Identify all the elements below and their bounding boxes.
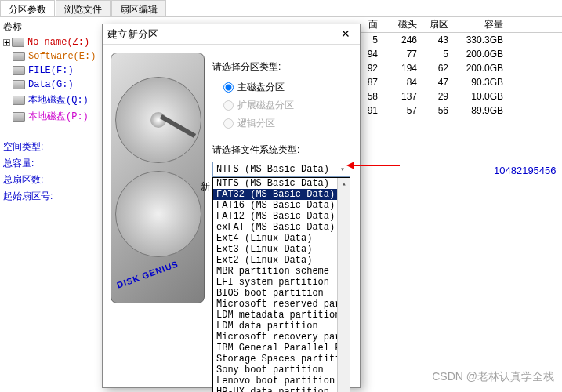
filesystem-selected: NTFS (MS Basic Data) (216, 164, 329, 175)
total-sectors-value: 10482195456 (494, 165, 562, 176)
radio-primary-label: 主磁盘分区 (237, 81, 285, 94)
table-row[interactable]: 9219462200.0GB (361, 61, 562, 75)
table-row[interactable]: 91575689.9GB (361, 103, 562, 118)
disk-item[interactable]: +No name(Z:) (3, 35, 99, 49)
cell-capacity: 200.0GB (455, 49, 509, 60)
filesystem-option[interactable]: NTFS (MS Basic Data) (213, 178, 350, 189)
dialog-title-text: 建立新分区 (107, 27, 158, 42)
partition-type-group: 主磁盘分区 扩展磁盘分区 逻辑分区 (212, 78, 352, 132)
radio-logical-label: 逻辑分区 (237, 117, 275, 130)
start-sector-label: 起始扇区号: (3, 190, 99, 203)
expand-icon[interactable]: + (3, 39, 10, 46)
cell: 194 (384, 63, 423, 74)
radio-extended-input (223, 100, 234, 111)
cell-capacity: 89.9GB (455, 105, 509, 116)
cell-capacity: 10.0GB (455, 91, 509, 102)
tab-browse-files[interactable]: 浏览文件 (56, 0, 111, 16)
partition-type-label: 请选择分区类型: (212, 60, 352, 74)
cell-capacity: 200.0GB (455, 63, 509, 74)
cell: 56 (423, 105, 455, 116)
total-capacity-label: 总容量: (3, 157, 99, 170)
tab-partition-params[interactable]: 分区参数 (0, 0, 55, 16)
dialog-titlebar[interactable]: 建立新分区 ✕ (103, 24, 360, 45)
cell: 58 (361, 91, 384, 102)
disk-icon (13, 66, 25, 75)
disk-name: Software(E:) (28, 51, 96, 62)
filesystem-option[interactable]: Ext4 (Linux Data) (213, 233, 350, 244)
cell: 246 (384, 34, 423, 45)
disk-icon (13, 52, 25, 61)
filesystem-dropdown-list[interactable]: NTFS (MS Basic Data)FAT32 (MS Basic Data… (212, 177, 350, 392)
filesystem-option[interactable]: exFAT (MS Basic Data) (213, 222, 350, 233)
disk-item[interactable]: Data(G:) (3, 78, 99, 92)
filesystem-option[interactable]: FAT32 (MS Basic Data) (213, 189, 350, 200)
filesystem-option[interactable]: EFI system partition (213, 277, 350, 288)
filesystem-option[interactable]: Microsoft reserved partition (213, 299, 350, 310)
cell: 47 (423, 77, 455, 88)
th-face: 面 (361, 18, 384, 31)
filesystem-dropdown[interactable]: NTFS (MS Basic Data) ▾ (212, 162, 350, 177)
cell: 29 (423, 91, 455, 102)
filesystem-option[interactable]: HP-UX data partition (213, 387, 350, 392)
filesystem-option[interactable]: BIOS boot partition (213, 288, 350, 299)
table-row[interactable]: 94775200.0GB (361, 47, 562, 61)
th-sectors: 扇区 (423, 18, 455, 31)
watermark: CSDN @老林认真学全栈 (432, 370, 554, 384)
table-row[interactable]: 87844790.3GB (361, 75, 562, 89)
hdd-image: DISK GENIUS (111, 53, 205, 303)
cell: 57 (384, 105, 423, 116)
disk-name: FILE(F:) (28, 65, 74, 76)
cell: 137 (384, 91, 423, 102)
dialog-form: 请选择分区类型: 主磁盘分区 扩展磁盘分区 逻辑分区 请选择文件系统类型: NT… (209, 45, 360, 387)
radio-extended-label: 扩展磁盘分区 (237, 99, 294, 112)
annotation-arrow (353, 165, 400, 166)
new-partition-dialog: 建立新分区 ✕ DISK GENIUS 请选择分区类型: 主磁盘分区 扩展磁盘分… (102, 24, 361, 388)
radio-extended: 扩展磁盘分区 (212, 96, 352, 114)
cell: 77 (384, 49, 423, 60)
filesystem-option[interactable]: Microsoft recovery partition (213, 332, 350, 343)
tab-sector-edit[interactable]: 扇区编辑 (111, 0, 166, 16)
disk-item[interactable]: FILE(F:) (3, 64, 99, 78)
filesystem-option[interactable]: Storage Spaces partition (213, 354, 350, 365)
space-type-label: 空间类型: (3, 140, 99, 154)
filesystem-option[interactable]: LDM metadata partition (213, 310, 350, 321)
disk-icon (13, 80, 25, 89)
disk-name: No name(Z:) (27, 37, 89, 48)
cell: 87 (361, 77, 384, 88)
scroll-up-icon[interactable]: ▴ (338, 178, 350, 191)
disk-item[interactable]: 本地磁盘(P:) (3, 108, 99, 125)
scrollbar[interactable]: ▴ (337, 178, 350, 392)
filesystem-option[interactable]: IBM General Parallel File Sys (213, 343, 350, 354)
cell: 5 (423, 49, 455, 60)
filesystem-option[interactable]: Ext2 (Linux Data) (213, 255, 350, 266)
disk-icon (13, 96, 25, 105)
table-row[interactable]: 524643330.3GB (361, 33, 562, 47)
disk-item[interactable]: 本地磁盘(Q:) (3, 92, 99, 108)
left-panel: 卷标 +No name(Z:)Software(E:)FILE(F:)Data(… (0, 17, 102, 392)
total-sectors-label: 总扇区数: (3, 173, 99, 187)
disk-name: 本地磁盘(P:) (28, 110, 89, 123)
filesystem-option[interactable]: LDM data partition (213, 321, 350, 332)
filesystem-option[interactable]: FAT16 (MS Basic Data) (213, 200, 350, 211)
radio-primary-input[interactable] (223, 82, 234, 93)
volume-label-header: 卷标 (3, 20, 99, 34)
dialog-illustration: DISK GENIUS (103, 45, 209, 387)
brand-text: DISK GENIUS (115, 259, 179, 289)
table-row[interactable]: 581372910.0GB (361, 89, 562, 103)
right-table-area: 面 磁头 扇区 容量 524643330.3GB94775200.0GB9219… (361, 17, 562, 176)
filesystem-option[interactable]: Sony boot partition (213, 365, 350, 376)
cell: 84 (384, 77, 423, 88)
cell-capacity: 90.3GB (455, 77, 509, 88)
radio-primary[interactable]: 主磁盘分区 (212, 78, 352, 96)
cell: 92 (361, 63, 384, 74)
filesystem-option[interactable]: Lenovo boot partition (213, 376, 350, 387)
filesystem-option[interactable]: MBR partition scheme (213, 266, 350, 277)
filesystem-option[interactable]: FAT12 (MS Basic Data) (213, 211, 350, 222)
filesystem-option[interactable]: Ext3 (Linux Data) (213, 244, 350, 255)
cell: 91 (361, 105, 384, 116)
disk-item[interactable]: Software(E:) (3, 49, 99, 64)
close-icon[interactable]: ✕ (336, 27, 355, 42)
tabs: 分区参数 浏览文件 扇区编辑 (0, 0, 562, 17)
radio-logical: 逻辑分区 (212, 114, 352, 132)
disk-name: Data(G:) (28, 79, 74, 90)
